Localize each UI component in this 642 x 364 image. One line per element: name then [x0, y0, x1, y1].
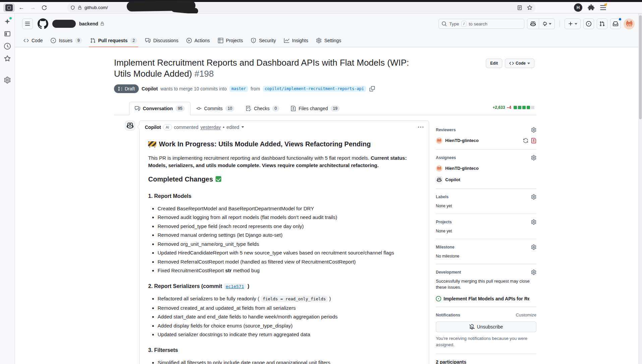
linked-issue-title[interactable]: Implement Flat Models and APIs for Recru… — [444, 296, 529, 301]
tab-files-changed[interactable]: Files changed19 — [285, 102, 346, 115]
url-bar[interactable]: github.com/ — [67, 3, 536, 12]
commit-link[interactable]: ec1e571 — [224, 283, 246, 290]
assignee-name[interactable]: Copilot — [445, 177, 460, 182]
user-avatar[interactable] — [624, 18, 635, 29]
redacted-org-name[interactable] — [52, 20, 76, 28]
reload-button[interactable] — [40, 3, 49, 12]
browser-account-avatar[interactable]: H — [574, 3, 582, 12]
ai-chatbot-button[interactable] — [4, 18, 11, 25]
issues-dashboard-button[interactable] — [583, 18, 594, 29]
wip-heading: Work In Progress: Utils Module Added, Vi… — [148, 139, 420, 149]
gear-icon[interactable] — [531, 244, 536, 250]
chevron-down-icon — [527, 63, 530, 64]
github-header: backend Type / to search — [15, 13, 642, 47]
draft-status-badge: Draft — [114, 84, 139, 93]
bookmarks-button[interactable] — [4, 55, 11, 62]
tracking-shield-icon[interactable] — [70, 5, 75, 10]
comment-timestamp[interactable]: yesterday — [200, 125, 221, 130]
gear-icon[interactable] — [531, 155, 536, 160]
repo-name[interactable]: backend — [79, 21, 98, 26]
tab-security[interactable]: Security — [247, 34, 280, 47]
assignee-name[interactable]: HienTD-glinteco — [445, 166, 479, 171]
gear-icon — [316, 38, 322, 43]
deletions-count: −4 — [507, 105, 511, 110]
reviewers-section: Reviewers HienTD-glinteco — [436, 122, 536, 150]
gear-icon[interactable] — [531, 194, 536, 200]
gear-icon[interactable] — [531, 270, 536, 275]
milestone-title: Milestone — [436, 245, 454, 249]
edited-label[interactable]: edited — [226, 125, 239, 130]
comment-header: Copilot AI commented yesterday • edited — [139, 121, 429, 132]
private-lock-icon — [100, 22, 104, 26]
github-page: backend Type / to search — [15, 13, 642, 364]
lock-icon[interactable] — [78, 6, 82, 10]
gear-icon[interactable] — [531, 219, 536, 225]
extensions-puzzle-icon[interactable] — [588, 4, 594, 11]
tab-code[interactable]: Code — [19, 34, 47, 47]
base-branch-label[interactable]: master — [229, 86, 248, 92]
tab-conversation[interactable]: Conversation95 — [129, 102, 190, 115]
list-item: Created BaseReportModel and BaseReportDe… — [158, 205, 420, 212]
assignee-avatar[interactable] — [436, 165, 443, 172]
github-logo[interactable] — [38, 18, 48, 29]
unsubscribe-button[interactable]: Unsubscribe — [436, 321, 536, 332]
code-icon — [509, 61, 514, 66]
tab-discussions[interactable]: Discussions — [141, 34, 182, 47]
edited-history-chevron[interactable] — [241, 126, 244, 128]
list-item: Updated serializer docstrings to indicat… — [158, 331, 420, 338]
comment-options-kebab[interactable] — [418, 125, 423, 130]
scrollbar-thumb[interactable] — [639, 15, 642, 119]
global-nav-menu-button[interactable] — [22, 18, 33, 29]
diffstat: +2,633 −4 — [492, 105, 534, 110]
tab-checks[interactable]: Checks0 — [240, 102, 285, 115]
tab-insights[interactable]: Insights — [280, 34, 312, 47]
comment-body: Work In Progress: Utils Module Added, Vi… — [139, 132, 429, 364]
history-button[interactable] — [4, 43, 11, 50]
copilot-dropdown-button[interactable] — [539, 19, 555, 29]
commented-text: commented — [174, 125, 198, 130]
repo-nav: Code Issues9 Pull requests2 Discussions … — [15, 34, 642, 47]
notifications-inbox-button[interactable] — [610, 18, 621, 29]
synced-tabs-button[interactable] — [4, 30, 11, 37]
copilot-button[interactable] — [527, 19, 539, 29]
comment-author[interactable]: Copilot — [145, 125, 161, 130]
issue-opened-icon — [436, 296, 441, 301]
checklist-icon — [246, 106, 251, 111]
create-new-button[interactable] — [565, 18, 581, 29]
tab-settings[interactable]: Settings — [312, 34, 345, 47]
assignee-avatar[interactable] — [436, 176, 443, 183]
gear-icon[interactable] — [531, 127, 536, 133]
back-button[interactable]: ← — [17, 3, 26, 12]
edit-button[interactable]: Edit — [486, 59, 502, 68]
section-2-heading: 2. Report Serializers (commit ec1e571 ) — [148, 282, 420, 290]
pr-author[interactable]: Copilot — [141, 86, 158, 91]
assignee-row: Copilot — [436, 176, 536, 183]
reader-view-icon[interactable] — [517, 5, 522, 10]
unread-notifications-dot — [618, 17, 622, 21]
bookmark-star-icon[interactable] — [527, 5, 532, 10]
tab-issues[interactable]: Issues9 — [47, 34, 86, 47]
copilot-avatar[interactable] — [125, 121, 135, 131]
browser-menu-button[interactable] — [600, 4, 606, 11]
tab-actions[interactable]: Actions — [182, 34, 214, 47]
reviewer-name[interactable]: HienTD-glinteco — [445, 138, 479, 143]
head-branch-label[interactable]: copilot/implement-recruitment-reports-ap… — [263, 86, 366, 92]
page-scrollbar[interactable] — [638, 13, 642, 364]
pr-sidebar: Reviewers HienTD-glinteco Assignees — [436, 121, 536, 364]
reviewer-avatar[interactable] — [436, 137, 443, 144]
search-input[interactable]: Type / to search — [439, 19, 524, 29]
re-request-review-icon[interactable] — [523, 138, 528, 143]
tab-commits[interactable]: Commits10 — [190, 102, 240, 115]
tab-pull-requests[interactable]: Pull requests2 — [86, 34, 141, 47]
tab-projects[interactable]: Projects — [214, 34, 247, 47]
sidebar-toggle-button[interactable] — [3, 3, 15, 12]
pr-header: Implement Recruitment Reports and Dashbo… — [114, 47, 536, 93]
sidebar-settings-button[interactable] — [4, 77, 11, 83]
code-dropdown-button[interactable]: Code — [505, 59, 534, 68]
copy-branch-icon[interactable] — [369, 86, 375, 91]
customize-link[interactable]: Customize — [516, 312, 536, 317]
from-text: from — [251, 86, 260, 91]
forward-button[interactable]: → — [28, 3, 38, 12]
pull-requests-dashboard-button[interactable] — [597, 18, 607, 29]
linked-issue[interactable]: Implement Flat Models and APIs for Recru… — [436, 296, 536, 301]
